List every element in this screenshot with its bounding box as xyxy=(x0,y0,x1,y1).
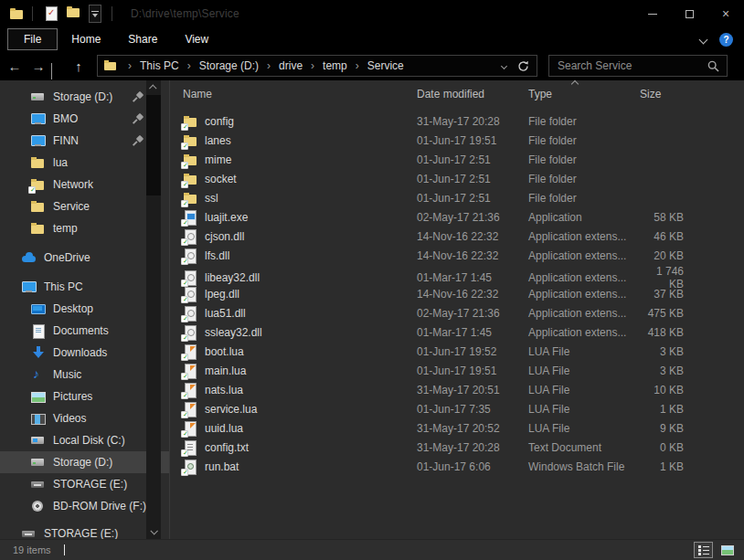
tab-share[interactable]: Share xyxy=(114,29,171,49)
sidebar-item-desktop[interactable]: Desktop xyxy=(0,298,169,320)
breadcrumb: › This PC › Storage (D:) › drive › temp … xyxy=(97,55,537,77)
pin-icon xyxy=(133,92,143,102)
file-row[interactable]: lua51.dll 02-May-17 21:36Application ext… xyxy=(170,303,744,322)
tab-file[interactable]: File xyxy=(7,28,58,50)
os-drive-icon xyxy=(30,433,46,448)
sidebar-item-this-pc[interactable]: This PC xyxy=(0,276,169,298)
column-header-date-modified[interactable]: Date modified xyxy=(417,88,528,100)
column-header-size[interactable]: Size xyxy=(640,88,720,100)
sidebar-item-temp[interactable]: temp xyxy=(0,217,169,239)
sidebar-item-service[interactable]: Service xyxy=(0,195,169,217)
sidebar-item-onedrive[interactable]: OneDrive xyxy=(0,247,169,269)
scrollbar-thumb[interactable] xyxy=(146,95,161,195)
folder-icon xyxy=(183,172,197,186)
file-row[interactable]: config.txt 31-May-17 20:28Text Document0… xyxy=(170,438,744,457)
file-row[interactable]: config 31-May-17 20:28File folder xyxy=(170,111,744,131)
status-cursor xyxy=(64,544,65,555)
file-row[interactable]: lanes 01-Jun-17 19:51File folder xyxy=(170,131,744,150)
sidebar-item-finn[interactable]: FINN xyxy=(0,130,169,152)
tab-home[interactable]: Home xyxy=(58,29,114,49)
forward-button[interactable]: → xyxy=(27,51,49,80)
recent-locations-icon[interactable] xyxy=(51,63,52,79)
breadcrumb-drive[interactable]: drive xyxy=(275,57,306,75)
minimize-button[interactable] xyxy=(634,0,671,27)
sidebar-item-music[interactable]: Music xyxy=(0,364,169,386)
sidebar-item-videos[interactable]: Videos xyxy=(0,407,169,429)
help-icon[interactable]: ? xyxy=(719,33,733,47)
dll-file-icon xyxy=(183,306,197,321)
breadcrumb-storage-d[interactable]: Storage (D:) xyxy=(196,57,262,75)
details-view-icon xyxy=(698,545,709,555)
file-row[interactable]: socket 01-Jun-17 2:51File folder xyxy=(170,169,744,188)
dll-file-icon xyxy=(183,248,197,263)
sidebar-item-storage-e[interactable]: STORAGE (E:) xyxy=(0,473,169,495)
title-bar: D:\drive\temp\Service × xyxy=(0,0,744,27)
sidebar-item-lua[interactable]: lua xyxy=(0,152,169,174)
file-list-pane: Name Date modified Type Size config 31-M… xyxy=(170,80,744,539)
computer-icon xyxy=(30,133,46,148)
sidebar-item-local-disk-c[interactable]: Local Disk (C:) xyxy=(0,429,169,451)
disc-icon xyxy=(30,499,46,513)
properties-icon[interactable] xyxy=(42,5,60,23)
navigation-pane: Storage (D:) BMO FINN lua Network xyxy=(0,80,170,539)
drive-icon xyxy=(30,90,46,104)
search-input[interactable] xyxy=(549,59,707,72)
sidebar-item-storage-e-2[interactable]: STORAGE (E:) xyxy=(0,523,169,539)
sidebar-scrollbar[interactable] xyxy=(146,80,161,539)
scroll-down-icon[interactable] xyxy=(146,524,161,539)
file-row[interactable]: service.lua 01-Jun-17 7:35LUA File1 KB xyxy=(170,399,744,418)
column-header-name[interactable]: Name xyxy=(183,88,417,100)
breadcrumb-temp[interactable]: temp xyxy=(319,57,351,75)
lua-file-icon xyxy=(183,383,197,397)
file-row[interactable]: uuid.lua 31-May-17 20:52LUA File9 KB xyxy=(170,418,744,438)
file-row[interactable]: libeay32.dll 01-Mar-17 1:45Application e… xyxy=(170,265,744,284)
folder-icon xyxy=(183,153,197,167)
refresh-icon[interactable] xyxy=(517,60,529,72)
up-button[interactable]: ↑ xyxy=(68,51,90,80)
customize-toolbar-dropdown-icon[interactable] xyxy=(89,5,101,23)
close-icon: × xyxy=(722,7,729,20)
separator xyxy=(32,6,33,21)
sidebar-item-documents[interactable]: Documents xyxy=(0,320,169,342)
scroll-up-icon[interactable] xyxy=(146,80,161,95)
search-icon[interactable] xyxy=(707,60,719,72)
file-row[interactable]: boot.lua 01-Jun-17 19:52LUA File3 KB xyxy=(170,342,744,361)
file-row[interactable]: lpeg.dll 14-Nov-16 22:32Application exte… xyxy=(170,284,744,303)
breadcrumb-service[interactable]: Service xyxy=(364,57,408,75)
details-view-button[interactable] xyxy=(694,542,713,558)
file-row[interactable]: mime 01-Jun-17 2:51File folder xyxy=(170,150,744,169)
cloud-icon xyxy=(21,250,37,265)
sidebar-item-pictures[interactable]: Pictures xyxy=(0,386,169,407)
ribbon-tab-bar: File Home Share View ? xyxy=(0,27,744,51)
column-header-type[interactable]: Type xyxy=(528,88,640,100)
item-count: 19 items xyxy=(13,544,51,555)
file-row[interactable]: ssl 01-Jun-17 2:51File folder xyxy=(170,188,744,207)
sidebar-item-storage-d[interactable]: Storage (D:) xyxy=(0,451,169,473)
file-row[interactable]: luajit.exe 02-May-17 21:36Application58 … xyxy=(170,207,744,227)
thumbnails-view-button[interactable] xyxy=(717,542,737,558)
file-list: config 31-May-17 20:28File folder lanes … xyxy=(170,111,744,476)
new-folder-icon[interactable] xyxy=(66,5,84,23)
expand-ribbon-icon[interactable] xyxy=(699,35,708,44)
file-row[interactable]: run.bat 01-Jun-17 6:06Windows Batch File… xyxy=(170,457,744,476)
maximize-button[interactable] xyxy=(671,0,707,27)
file-row[interactable]: ssleay32.dll 01-Mar-17 1:45Application e… xyxy=(170,322,744,342)
close-button[interactable]: × xyxy=(707,0,744,27)
sidebar-item-storage-d-pinned[interactable]: Storage (D:) xyxy=(0,86,169,108)
file-row[interactable]: lfs.dll 14-Nov-16 22:32Application exten… xyxy=(170,246,744,265)
file-row[interactable]: nats.lua 31-May-17 20:51LUA File10 KB xyxy=(170,380,744,399)
address-bar-row: ← → ↑ › This PC › Storage (D:) › drive ›… xyxy=(0,51,744,80)
address-dropdown-icon[interactable] xyxy=(501,62,507,69)
pin-icon xyxy=(133,114,143,124)
tab-view[interactable]: View xyxy=(171,29,222,49)
file-row[interactable]: cjson.dll 14-Nov-16 22:32Application ext… xyxy=(170,227,744,246)
sidebar-item-network[interactable]: Network xyxy=(0,174,169,195)
sidebar-item-bd-rom-f[interactable]: BD-ROM Drive (F:) C xyxy=(0,495,169,517)
sidebar-item-bmo[interactable]: BMO xyxy=(0,108,169,130)
pictures-icon xyxy=(30,389,46,404)
breadcrumb-this-pc[interactable]: This PC xyxy=(136,57,183,75)
back-button[interactable]: ← xyxy=(4,51,26,80)
download-icon xyxy=(30,345,46,360)
file-row[interactable]: main.lua 01-Jun-17 19:51LUA File3 KB xyxy=(170,361,744,380)
sidebar-item-downloads[interactable]: Downloads xyxy=(0,342,169,364)
